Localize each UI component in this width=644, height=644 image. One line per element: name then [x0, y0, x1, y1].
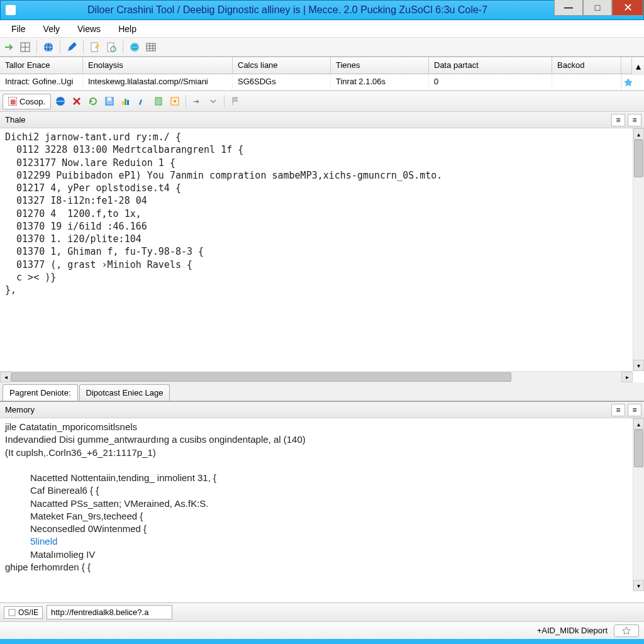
col-header-4[interactable]: Data partact — [429, 57, 552, 74]
grid-row[interactable]: Intract: Gofine..Ugi Inteskewg.lilalasta… — [0, 74, 644, 91]
row-action-icon[interactable] — [621, 74, 634, 90]
window-controls: — □ ✕ — [554, 1, 643, 19]
main-toolbar — [0, 38, 644, 57]
url-input[interactable] — [47, 605, 172, 619]
box-icon[interactable] — [168, 94, 182, 108]
flag-icon[interactable] — [228, 94, 242, 108]
bottom-panel-header: Memory ≡ ≡ — [0, 402, 644, 418]
col-header-1[interactable]: Enolaysis — [83, 57, 233, 74]
upper-code-content[interactable]: Dichi2 jarnow-tant.urd ry:m./ { 0112 322… — [0, 128, 644, 299]
menu-help[interactable]: Help — [109, 21, 145, 36]
cell-0: Intract: Gofine..Ugi — [0, 74, 83, 90]
scroll-thumb[interactable] — [634, 140, 643, 177]
maximize-button[interactable]: □ — [583, 0, 612, 16]
col-header-2[interactable]: Calcs liane — [233, 57, 331, 74]
bottom-panel: Memory ≡ ≡ jile Catatatin_mporicomsitlsn… — [0, 401, 644, 602]
page-refresh-icon[interactable] — [105, 41, 118, 53]
separator — [60, 41, 60, 53]
upper-panel-title: Thale — [5, 115, 26, 125]
menu-views[interactable]: Views — [69, 21, 109, 36]
tab-dipotcast[interactable]: Dipotcast Eniec Lage — [79, 384, 170, 401]
scroll-up-icon[interactable]: ▴ — [633, 128, 644, 140]
cell-4: 0 — [429, 74, 552, 90]
os-badge[interactable]: OS/IE — [4, 606, 43, 619]
delete-icon[interactable] — [70, 94, 84, 108]
step-icon[interactable]: ⇥ — [190, 94, 204, 108]
col-header-3[interactable]: Tienes — [331, 57, 429, 74]
menu-vely[interactable]: Vely — [35, 21, 69, 36]
globe-small-icon[interactable] — [53, 94, 67, 108]
table-icon[interactable] — [145, 41, 157, 53]
dropdown-icon[interactable] — [206, 94, 220, 108]
scroll-left-icon[interactable]: ◂ — [0, 372, 11, 382]
separator — [36, 41, 37, 53]
page-icon — [8, 609, 16, 616]
bottom-panel-title: Memory — [5, 405, 35, 414]
page-export-icon[interactable] — [152, 94, 165, 108]
arrow-icon[interactable] — [3, 41, 15, 53]
statusbar-2: +AID_MIDk Dieport — [0, 621, 644, 639]
separator — [224, 95, 225, 108]
scroll-down-icon[interactable]: ▾ — [633, 360, 644, 371]
pencil-icon[interactable] — [65, 41, 78, 53]
world-icon[interactable] — [128, 41, 141, 53]
page-edit-icon[interactable] — [89, 41, 101, 53]
minimize-button[interactable]: — — [554, 0, 583, 16]
svg-rect-28 — [9, 609, 15, 616]
globe-icon[interactable] — [42, 41, 55, 53]
col-header-0[interactable]: Tallor Enace — [0, 57, 83, 74]
scroll-up-icon[interactable]: ▴ — [633, 418, 644, 430]
upper-panel-header: Thale ≡ ≡ — [0, 112, 644, 128]
svg-rect-22 — [125, 99, 126, 105]
grid-icon[interactable] — [19, 41, 31, 53]
svg-point-9 — [130, 43, 139, 52]
panel-menu2-icon[interactable]: ≡ — [628, 404, 641, 416]
star-button[interactable] — [614, 625, 639, 637]
menubar: File Vely Views Help — [0, 20, 644, 38]
panel-menu-icon[interactable]: ≡ — [611, 114, 625, 126]
cell-5 — [552, 74, 621, 90]
status-right-text: +AID_MIDk Dieport — [537, 626, 608, 635]
bottom-tabs: Pagrent Deniote: Dipotcast Eniec Lage — [0, 382, 644, 401]
scroll-up-button[interactable]: ▴ — [631, 57, 644, 75]
scroll-down-icon[interactable]: ▾ — [633, 580, 644, 591]
svg-point-26 — [174, 100, 176, 103]
scroll-thumb[interactable] — [634, 430, 643, 467]
chart-icon[interactable] — [119, 94, 133, 108]
close-button[interactable]: ✕ — [612, 0, 643, 16]
titlebar: Diloer Crashini Tool / Deebig Dignostic … — [0, 0, 644, 20]
svg-text:⇥: ⇥ — [193, 97, 199, 105]
console-icon: ▦ — [8, 97, 17, 106]
statusbar: OS/IE — [0, 602, 644, 621]
svg-rect-21 — [122, 101, 124, 105]
panel-menu2-icon[interactable]: ≡ — [628, 114, 641, 126]
panel-menu-icon[interactable]: ≡ — [611, 404, 625, 416]
scroll-right-icon[interactable]: ▸ — [621, 372, 633, 382]
console-tab[interactable]: ▦ Cosop. — [3, 94, 51, 109]
col-header-5[interactable]: Backod — [552, 57, 621, 74]
cell-1: Inteskewg.lilalastal.comp//Smiani — [83, 74, 233, 90]
vertical-scrollbar[interactable]: ▴ ▾ — [633, 418, 644, 591]
bottom-blue-bar — [0, 639, 644, 644]
refresh-icon[interactable] — [86, 94, 100, 108]
svg-rect-10 — [147, 43, 155, 51]
cell-2: SG6SDGs — [233, 74, 331, 90]
bottom-code-content[interactable]: jile Catatatin_mporicomsitlsnelsIndevand… — [0, 418, 644, 576]
svg-text:▦: ▦ — [10, 98, 16, 105]
grid-header: Tallor Enace Enolaysis Calcs liane Tiene… — [0, 57, 644, 74]
svg-rect-23 — [127, 100, 129, 105]
separator — [186, 95, 186, 108]
cell-3: Tinrat 2.1.06s — [331, 74, 429, 90]
svg-rect-24 — [155, 97, 162, 105]
menu-file[interactable]: File — [3, 21, 35, 36]
console-tab-label: Cosop. — [19, 97, 45, 106]
hscroll-thumb[interactable] — [11, 372, 511, 382]
save-icon[interactable] — [103, 94, 116, 108]
horizontal-scrollbar[interactable]: ◂ ▸ — [0, 371, 633, 382]
tab-pagrent[interactable]: Pagrent Deniote: — [3, 384, 78, 401]
upper-code-area: Dichi2 jarnow-tant.urd ry:m./ { 0112 322… — [0, 128, 644, 382]
bottom-code-area: jile Catatatin_mporicomsitlsnelsIndevand… — [0, 418, 644, 602]
brush-icon[interactable] — [135, 94, 149, 108]
badge-label: OS/IE — [18, 608, 38, 617]
vertical-scrollbar[interactable]: ▴ ▾ — [633, 128, 644, 371]
